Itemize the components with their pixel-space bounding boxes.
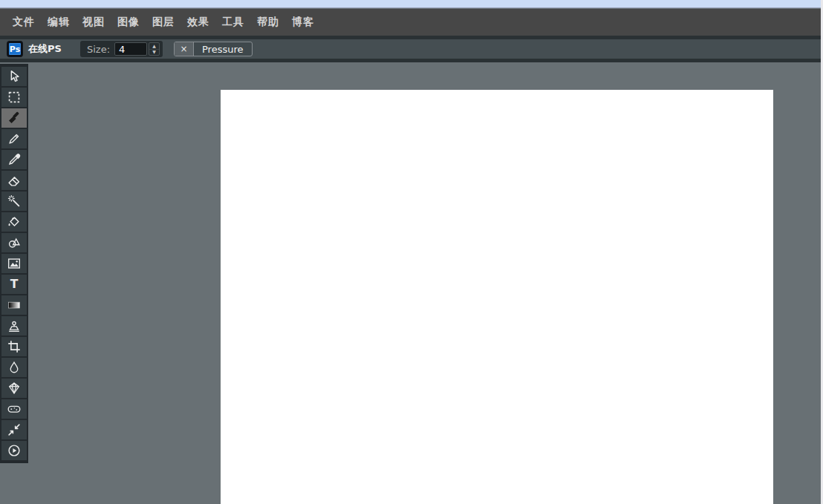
- app-title: 在线PS: [28, 39, 62, 59]
- more-tools[interactable]: [1, 441, 27, 460]
- blur-icon: [6, 359, 22, 376]
- size-label: Size:: [87, 44, 110, 55]
- crop-tool[interactable]: [1, 337, 27, 356]
- gradient-icon: [6, 297, 22, 313]
- svg-text:T: T: [10, 278, 19, 291]
- brush-icon: [6, 110, 22, 126]
- resize-tool[interactable]: [1, 420, 27, 439]
- menu-blog[interactable]: 博客: [292, 14, 314, 30]
- ps-logo-icon: Ps: [7, 42, 22, 56]
- menu-file[interactable]: 文件: [13, 14, 35, 30]
- document-canvas[interactable]: [221, 90, 773, 504]
- tool-strip: T: [0, 64, 28, 463]
- sponge-tool[interactable]: [1, 399, 27, 419]
- shapes-tool[interactable]: [1, 233, 27, 252]
- size-input[interactable]: [114, 42, 147, 56]
- eyedropper-icon: [6, 151, 22, 168]
- sponge-icon: [6, 401, 22, 417]
- pencil-tool[interactable]: [1, 129, 27, 148]
- eraser-tool[interactable]: [1, 171, 27, 190]
- image-icon: [6, 255, 22, 272]
- online-ps-app: 文件 编辑 视图 图像 图层 效果 工具 帮助 博客 Ps 在线PS Size:…: [0, 0, 823, 504]
- menu-tools[interactable]: 工具: [222, 14, 244, 30]
- eyedropper-tool[interactable]: [1, 150, 27, 169]
- menu-edit[interactable]: 编辑: [48, 14, 70, 30]
- marquee-select-tool[interactable]: [1, 88, 27, 107]
- clone-stamp-tool[interactable]: [1, 316, 27, 336]
- pressure-toggle[interactable]: × Pressure: [174, 42, 253, 56]
- clone-stamp-icon: [6, 318, 22, 334]
- cursor-icon: [6, 68, 22, 85]
- menu-bar: 文件 编辑 视图 图像 图层 效果 工具 帮助 博客: [0, 9, 823, 36]
- stepper-down-icon[interactable]: ▼: [149, 50, 159, 56]
- browser-edge-strip: [0, 0, 823, 8]
- paint-bucket-icon: [6, 214, 22, 230]
- sharpen-tool[interactable]: [1, 379, 27, 398]
- workspace: T: [0, 62, 823, 504]
- play-circle-icon: [6, 442, 22, 459]
- image-tool[interactable]: [1, 254, 27, 273]
- paint-bucket-tool[interactable]: [1, 212, 27, 232]
- resize-arrows-icon: [6, 422, 22, 438]
- text-icon: T: [6, 276, 22, 292]
- magic-wand-tool[interactable]: [1, 192, 27, 211]
- brush-tool[interactable]: [1, 108, 27, 128]
- menu-image[interactable]: 图像: [117, 14, 140, 30]
- shapes-icon: [6, 235, 22, 251]
- pressure-label: Pressure: [194, 42, 252, 56]
- crop-icon: [6, 338, 22, 355]
- move-tool[interactable]: [1, 67, 27, 86]
- eraser-icon: [6, 172, 22, 189]
- marquee-icon: [6, 89, 22, 105]
- stepper-up-icon[interactable]: ▲: [149, 43, 159, 50]
- menu-effects[interactable]: 效果: [187, 14, 209, 30]
- menu-layer[interactable]: 图层: [152, 14, 175, 30]
- close-icon[interactable]: ×: [175, 42, 194, 56]
- menu-view[interactable]: 视图: [82, 14, 105, 30]
- options-toolbar: Ps 在线PS Size: ▲ ▼ × Pressure: [0, 39, 823, 59]
- size-stepper: ▲ ▼: [149, 42, 160, 56]
- magic-wand-icon: [6, 193, 22, 209]
- gradient-tool[interactable]: [1, 295, 27, 315]
- text-tool[interactable]: T: [1, 275, 27, 294]
- brush-size-group: Size: ▲ ▼: [80, 41, 163, 57]
- blur-tool[interactable]: [1, 358, 27, 377]
- menu-help[interactable]: 帮助: [257, 14, 279, 30]
- pencil-icon: [6, 131, 22, 147]
- sharpen-icon: [6, 380, 22, 396]
